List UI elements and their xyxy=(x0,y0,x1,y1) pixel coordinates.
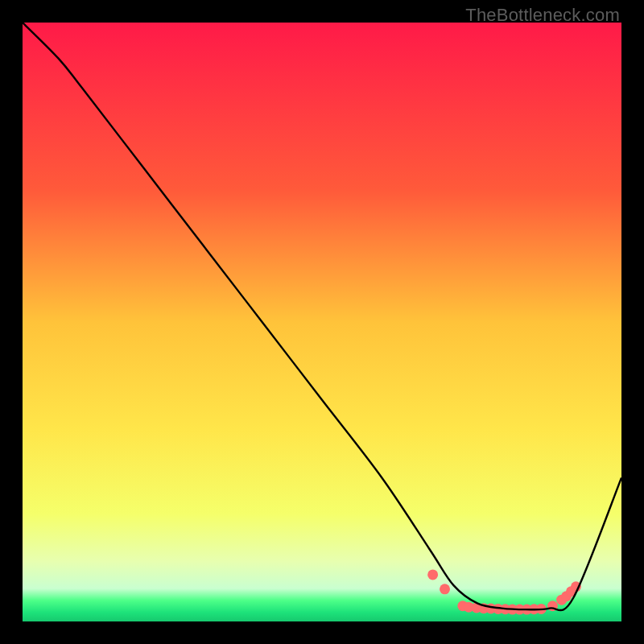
chart-canvas xyxy=(23,23,621,621)
marker-dot xyxy=(427,569,438,580)
watermark-text: TheBottleneck.com xyxy=(465,5,620,26)
chart-frame xyxy=(23,23,621,621)
marker-dot xyxy=(440,584,450,594)
gradient-background xyxy=(23,23,621,621)
